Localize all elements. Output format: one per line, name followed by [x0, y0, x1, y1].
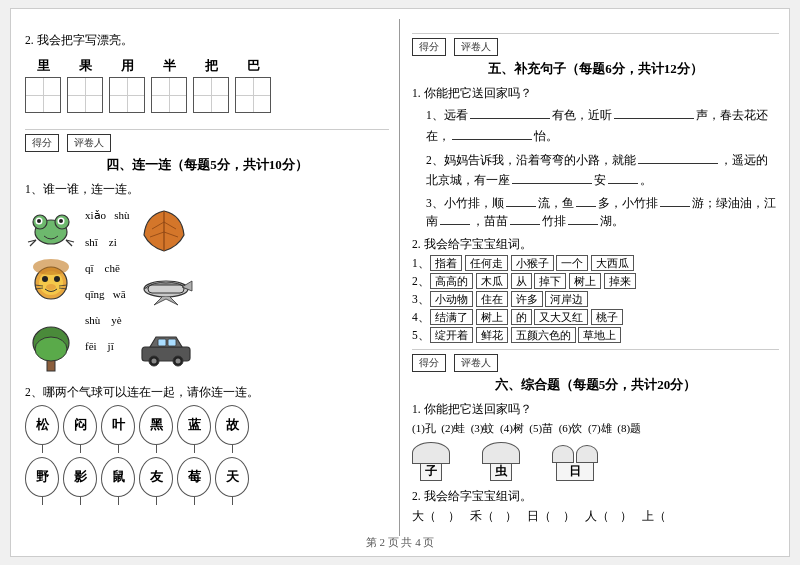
- balloon-you: 友: [139, 457, 173, 505]
- balloon-shu: 鼠: [101, 457, 135, 505]
- char-box: [151, 77, 187, 113]
- balloon-ying: 影: [63, 457, 97, 505]
- reviewer-label-6: 评卷人: [454, 354, 498, 372]
- reorder-q4: 4、结满了 树上 的 又大又红 桃子: [412, 310, 779, 325]
- plane-image: [138, 267, 194, 315]
- balloon-char-ye: 叶: [101, 405, 135, 445]
- sentence-2: 2、妈妈告诉我，沿着弯弯的小路，就能，遥远的北京城，有一座安。: [426, 150, 779, 191]
- balloon-string: [80, 445, 81, 453]
- char-label: 果: [79, 57, 92, 75]
- balloon-char-you: 友: [139, 457, 173, 497]
- char-box: [25, 77, 61, 113]
- word-box: 河岸边: [545, 291, 588, 307]
- sentence-3: 3、小竹排，顺流，鱼多，小竹排游；绿油油，江南，苗苗竹排湖。: [426, 194, 779, 231]
- reorder-q3: 3、小动物 住在 许多 河岸边: [412, 292, 779, 307]
- fill-shang: 上（: [642, 509, 666, 524]
- char-label: 半: [163, 57, 176, 75]
- fill-1b: [614, 118, 694, 119]
- word-box: 小猴子: [511, 255, 554, 271]
- mushroom-cap: [576, 445, 598, 463]
- frog-image: [25, 203, 77, 249]
- section6-title: 六、综合题（每题5分，共计20分）: [412, 376, 779, 394]
- svg-rect-30: [148, 285, 184, 293]
- word-box: 小动物: [430, 291, 473, 307]
- fill-da: 大（ ）: [412, 509, 460, 524]
- mushroom-cap: [482, 442, 520, 464]
- balloon-ye2: 野: [25, 457, 59, 505]
- fill-ri: 日（ ）: [527, 509, 575, 524]
- q2-reorder-label: 2. 我会给字宝宝组词。: [412, 235, 779, 253]
- dbl-top-row: [552, 445, 598, 463]
- char-box: [109, 77, 145, 113]
- word-box: 绽开着: [430, 327, 473, 343]
- char-group-ba2: 巴: [235, 57, 271, 113]
- balloon-char-lan: 蓝: [177, 405, 211, 445]
- char-box: [67, 77, 103, 113]
- word-box: 五颜六色的: [511, 327, 576, 343]
- fill-3d: [440, 224, 470, 225]
- footer-text: 第 2 页 共 4 页: [366, 536, 435, 548]
- balloon-char-shu: 鼠: [101, 457, 135, 497]
- word-box: 树上: [569, 273, 601, 289]
- svg-rect-32: [158, 339, 166, 346]
- balloon-hei: 黑: [139, 405, 173, 453]
- fill-3b: [576, 206, 596, 207]
- pinyin-item-3: qī chē: [85, 262, 130, 274]
- char-group-ba: 把: [193, 57, 229, 113]
- char-group-li: 里: [25, 57, 61, 113]
- svg-rect-33: [168, 339, 176, 346]
- fill-ren: 人（ ）: [585, 509, 633, 524]
- svg-point-6: [59, 219, 63, 223]
- exam-page: 2. 我会把字写漂亮。 里 果 用 半: [10, 8, 790, 557]
- fill-2a: [638, 163, 718, 164]
- char-group-guo: 果: [67, 57, 103, 113]
- q1-mushroom-label: 1. 你能把它送回家吗？: [412, 400, 779, 418]
- q2-balloon-label: 2、哪两个气球可以连在一起，请你连一连。: [25, 383, 389, 401]
- pinyin-item-6: fēi jī: [85, 340, 130, 352]
- balloon-string: [156, 445, 157, 453]
- word-box: 指着: [430, 255, 462, 271]
- balloon-string: [194, 497, 195, 505]
- balloon-mei: 莓: [177, 457, 211, 505]
- animals-col: [25, 203, 77, 377]
- balloon-ye: 叶: [101, 405, 135, 453]
- char-label: 把: [205, 57, 218, 75]
- mushroom-stem: 子: [420, 463, 442, 481]
- char-group-yong: 用: [109, 57, 145, 113]
- mushroom-chong: 虫: [482, 442, 520, 481]
- word-box: 树上: [476, 309, 508, 325]
- mushroom-stem: 虫: [490, 463, 512, 481]
- word-box: 大西瓜: [591, 255, 634, 271]
- char-box: [235, 77, 271, 113]
- svg-point-15: [46, 284, 56, 290]
- balloon-char-hei: 黑: [139, 405, 173, 445]
- score-bar-6: 得分 评卷人: [412, 349, 779, 372]
- writing-title: 2. 我会把字写漂亮。: [25, 31, 389, 49]
- pinyin-item-2: shī zi: [85, 236, 130, 248]
- svg-point-14: [54, 276, 60, 282]
- balloon-row-top: 松 闷 叶 黑 蓝: [25, 405, 389, 453]
- fill-3a: [506, 206, 536, 207]
- balloon-tian: 天: [215, 457, 249, 505]
- balloon-char-men: 闷: [63, 405, 97, 445]
- balloon-string: [194, 445, 195, 453]
- q2-word-label: 2. 我会给字宝宝组词。: [412, 487, 779, 505]
- score-bar-5: 得分 评卷人: [412, 33, 779, 56]
- word-box: 许多: [511, 291, 543, 307]
- reorder-q5: 5、绽开着 鲜花 五颜六色的 草地上: [412, 328, 779, 343]
- fill-he: 禾（ ）: [470, 509, 518, 524]
- fill-1a: [470, 118, 550, 119]
- connect-area: xiǎo shù shī zi qī chē qīng wā shù yè fē…: [25, 203, 389, 377]
- dbl-stem: 日: [556, 463, 594, 481]
- word-box: 木瓜: [476, 273, 508, 289]
- balloon-string: [80, 497, 81, 505]
- mushroom-row: 子 虫 日: [412, 442, 779, 481]
- sentence-1: 1、远看有色，近听声，春去花还在，怡。: [426, 105, 779, 146]
- reorder-q2: 2、高高的 木瓜 从 掉下 树上 掉来: [412, 274, 779, 289]
- word-box: 住在: [476, 291, 508, 307]
- reorder-q1: 1、指着 任何走 小猴子 一个 大西瓜: [412, 256, 779, 271]
- fill-2b: [512, 183, 592, 184]
- word-fill-row: 大（ ） 禾（ ） 日（ ） 人（ ） 上（: [412, 509, 779, 524]
- balloon-lan: 蓝: [177, 405, 211, 453]
- car-image: [138, 323, 194, 371]
